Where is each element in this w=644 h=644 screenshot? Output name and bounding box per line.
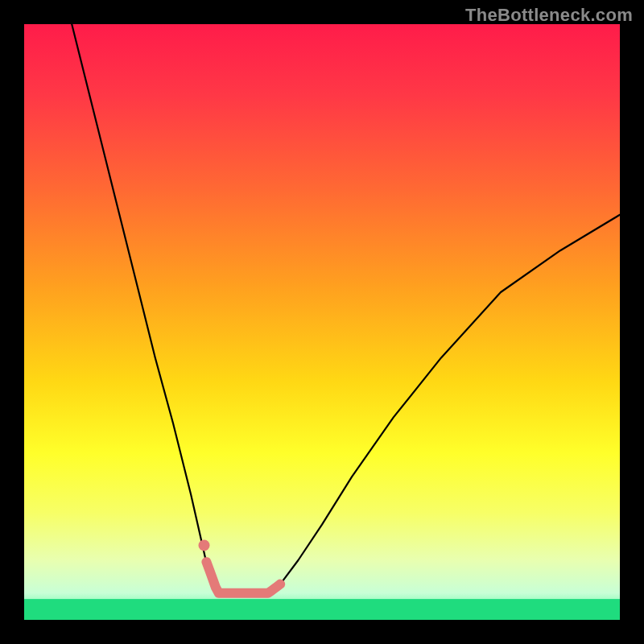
watermark-text: TheBottleneck.com: [465, 5, 633, 26]
chart-frame: TheBottleneck.com: [0, 0, 644, 644]
marker-dot: [199, 539, 210, 551]
bottleneck-chart: [0, 0, 644, 644]
optimal-band: [24, 599, 620, 620]
gradient-background: [24, 24, 620, 620]
